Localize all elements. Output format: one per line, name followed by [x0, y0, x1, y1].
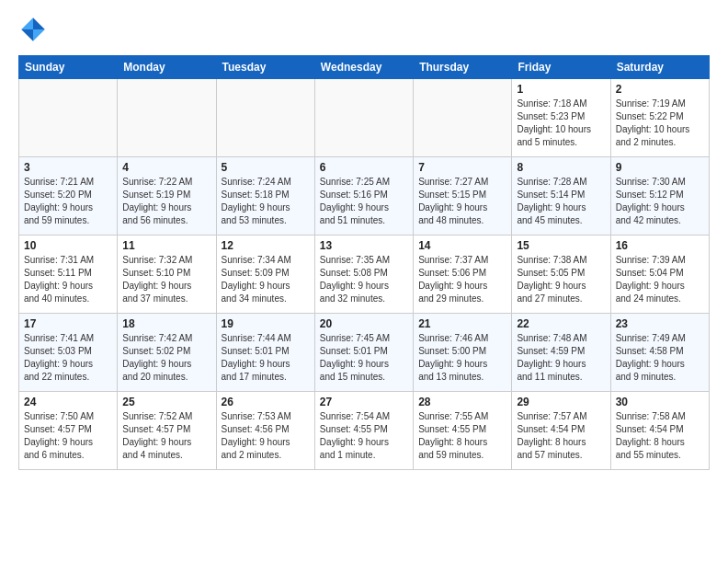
- day-info: Sunrise: 7:31 AMSunset: 5:11 PMDaylight:…: [24, 254, 112, 305]
- weekday-header-monday: Monday: [118, 56, 216, 79]
- calendar-cell-2-3: 5Sunrise: 7:24 AMSunset: 5:18 PMDaylight…: [216, 157, 314, 236]
- calendar-table: SundayMondayTuesdayWednesdayThursdayFrid…: [18, 55, 710, 470]
- calendar-cell-4-1: 17Sunrise: 7:41 AMSunset: 5:03 PMDayligh…: [19, 314, 118, 392]
- day-info: Sunrise: 7:30 AMSunset: 5:12 PMDaylight:…: [616, 176, 704, 227]
- calendar-cell-1-7: 2Sunrise: 7:19 AMSunset: 5:22 PMDaylight…: [610, 79, 709, 157]
- day-number: 23: [616, 317, 704, 330]
- calendar-cell-2-2: 4Sunrise: 7:22 AMSunset: 5:19 PMDaylight…: [118, 157, 216, 236]
- day-number: 27: [320, 396, 408, 408]
- day-number: 28: [418, 396, 506, 408]
- day-number: 25: [122, 396, 210, 408]
- day-info: Sunrise: 7:46 AMSunset: 5:00 PMDaylight:…: [418, 332, 506, 384]
- day-info: Sunrise: 7:32 AMSunset: 5:10 PMDaylight:…: [122, 254, 210, 305]
- day-info: Sunrise: 7:21 AMSunset: 5:20 PMDaylight:…: [24, 176, 112, 227]
- calendar-cell-1-4: [314, 79, 413, 157]
- day-number: 8: [517, 161, 605, 174]
- day-number: 30: [616, 396, 704, 408]
- day-number: 4: [122, 161, 210, 174]
- day-number: 16: [616, 239, 704, 252]
- day-number: 21: [418, 317, 506, 330]
- day-info: Sunrise: 7:42 AMSunset: 5:02 PMDaylight:…: [122, 332, 210, 384]
- day-info: Sunrise: 7:18 AMSunset: 5:23 PMDaylight:…: [517, 98, 605, 149]
- header: [18, 15, 710, 44]
- day-info: Sunrise: 7:35 AMSunset: 5:08 PMDaylight:…: [320, 254, 408, 305]
- day-number: 3: [24, 161, 112, 174]
- calendar-cell-2-7: 9Sunrise: 7:30 AMSunset: 5:12 PMDaylight…: [610, 157, 709, 236]
- calendar-cell-3-7: 16Sunrise: 7:39 AMSunset: 5:04 PMDayligh…: [610, 236, 709, 314]
- calendar-cell-4-7: 23Sunrise: 7:49 AMSunset: 4:58 PMDayligh…: [610, 314, 709, 392]
- day-number: 9: [616, 161, 704, 174]
- calendar-cell-3-2: 11Sunrise: 7:32 AMSunset: 5:10 PMDayligh…: [118, 236, 216, 314]
- day-info: Sunrise: 7:27 AMSunset: 5:15 PMDaylight:…: [418, 176, 506, 227]
- calendar-cell-5-6: 29Sunrise: 7:57 AMSunset: 4:54 PMDayligh…: [512, 392, 610, 470]
- calendar-cell-4-2: 18Sunrise: 7:42 AMSunset: 5:02 PMDayligh…: [118, 314, 216, 392]
- calendar-cell-2-4: 6Sunrise: 7:25 AMSunset: 5:16 PMDaylight…: [314, 157, 413, 236]
- day-info: Sunrise: 7:34 AMSunset: 5:09 PMDaylight:…: [222, 254, 310, 305]
- day-number: 22: [517, 317, 605, 330]
- weekday-header-friday: Friday: [512, 56, 610, 79]
- day-number: 18: [122, 317, 210, 330]
- day-number: 7: [418, 161, 506, 174]
- calendar-cell-4-6: 22Sunrise: 7:48 AMSunset: 4:59 PMDayligh…: [512, 314, 610, 392]
- day-info: Sunrise: 7:39 AMSunset: 5:04 PMDaylight:…: [616, 254, 704, 305]
- day-info: Sunrise: 7:45 AMSunset: 5:01 PMDaylight:…: [320, 332, 408, 384]
- weekday-header-saturday: Saturday: [610, 56, 709, 79]
- svg-marker-3: [33, 29, 45, 41]
- day-number: 17: [24, 317, 112, 330]
- day-number: 26: [222, 396, 310, 408]
- day-number: 20: [320, 317, 408, 330]
- logo: [18, 15, 51, 44]
- day-info: Sunrise: 7:54 AMSunset: 4:55 PMDaylight:…: [320, 410, 408, 462]
- day-number: 1: [517, 83, 605, 96]
- calendar-cell-1-6: 1Sunrise: 7:18 AMSunset: 5:23 PMDaylight…: [512, 79, 610, 157]
- svg-marker-0: [33, 17, 45, 29]
- day-info: Sunrise: 7:22 AMSunset: 5:19 PMDaylight:…: [122, 176, 210, 227]
- weekday-header-wednesday: Wednesday: [314, 56, 413, 79]
- day-number: 15: [517, 239, 605, 252]
- weekday-header-thursday: Thursday: [414, 56, 512, 79]
- day-info: Sunrise: 7:25 AMSunset: 5:16 PMDaylight:…: [320, 176, 408, 227]
- calendar-cell-4-5: 21Sunrise: 7:46 AMSunset: 5:00 PMDayligh…: [414, 314, 512, 392]
- weekday-header-tuesday: Tuesday: [216, 56, 314, 79]
- weekday-header-sunday: Sunday: [19, 56, 118, 79]
- day-info: Sunrise: 7:48 AMSunset: 4:59 PMDaylight:…: [517, 332, 605, 384]
- calendar-cell-3-1: 10Sunrise: 7:31 AMSunset: 5:11 PMDayligh…: [19, 236, 118, 314]
- day-number: 13: [320, 239, 408, 252]
- calendar-cell-2-1: 3Sunrise: 7:21 AMSunset: 5:20 PMDaylight…: [19, 157, 118, 236]
- day-number: 10: [24, 239, 112, 252]
- calendar-cell-5-5: 28Sunrise: 7:55 AMSunset: 4:55 PMDayligh…: [414, 392, 512, 470]
- svg-marker-1: [21, 17, 33, 29]
- day-info: Sunrise: 7:53 AMSunset: 4:56 PMDaylight:…: [222, 410, 310, 462]
- day-info: Sunrise: 7:49 AMSunset: 4:58 PMDaylight:…: [616, 332, 704, 384]
- day-number: 19: [222, 317, 310, 330]
- calendar-cell-3-5: 14Sunrise: 7:37 AMSunset: 5:06 PMDayligh…: [414, 236, 512, 314]
- day-number: 11: [122, 239, 210, 252]
- day-number: 2: [616, 83, 704, 96]
- day-info: Sunrise: 7:28 AMSunset: 5:14 PMDaylight:…: [517, 176, 605, 227]
- calendar-cell-3-3: 12Sunrise: 7:34 AMSunset: 5:09 PMDayligh…: [216, 236, 314, 314]
- day-info: Sunrise: 7:38 AMSunset: 5:05 PMDaylight:…: [517, 254, 605, 305]
- day-number: 29: [517, 396, 605, 408]
- day-info: Sunrise: 7:24 AMSunset: 5:18 PMDaylight:…: [222, 176, 310, 227]
- day-info: Sunrise: 7:50 AMSunset: 4:57 PMDaylight:…: [24, 410, 112, 462]
- day-info: Sunrise: 7:55 AMSunset: 4:55 PMDaylight:…: [418, 410, 506, 462]
- week-row-4: 17Sunrise: 7:41 AMSunset: 5:03 PMDayligh…: [19, 314, 710, 392]
- calendar-cell-5-1: 24Sunrise: 7:50 AMSunset: 4:57 PMDayligh…: [19, 392, 118, 470]
- calendar-cell-1-3: [216, 79, 314, 157]
- day-info: Sunrise: 7:44 AMSunset: 5:01 PMDaylight:…: [222, 332, 310, 384]
- page: SundayMondayTuesdayWednesdayThursdayFrid…: [0, 0, 728, 485]
- calendar-cell-4-3: 19Sunrise: 7:44 AMSunset: 5:01 PMDayligh…: [216, 314, 314, 392]
- day-number: 14: [418, 239, 506, 252]
- calendar-cell-2-5: 7Sunrise: 7:27 AMSunset: 5:15 PMDaylight…: [414, 157, 512, 236]
- calendar-cell-4-4: 20Sunrise: 7:45 AMSunset: 5:01 PMDayligh…: [314, 314, 413, 392]
- day-info: Sunrise: 7:37 AMSunset: 5:06 PMDaylight:…: [418, 254, 506, 305]
- calendar-cell-3-6: 15Sunrise: 7:38 AMSunset: 5:05 PMDayligh…: [512, 236, 610, 314]
- day-number: 5: [222, 161, 310, 174]
- week-row-2: 3Sunrise: 7:21 AMSunset: 5:20 PMDaylight…: [19, 157, 710, 236]
- calendar-cell-3-4: 13Sunrise: 7:35 AMSunset: 5:08 PMDayligh…: [314, 236, 413, 314]
- day-number: 12: [222, 239, 310, 252]
- calendar-cell-5-4: 27Sunrise: 7:54 AMSunset: 4:55 PMDayligh…: [314, 392, 413, 470]
- day-info: Sunrise: 7:41 AMSunset: 5:03 PMDaylight:…: [24, 332, 112, 384]
- week-row-5: 24Sunrise: 7:50 AMSunset: 4:57 PMDayligh…: [19, 392, 710, 470]
- week-row-1: 1Sunrise: 7:18 AMSunset: 5:23 PMDaylight…: [19, 79, 710, 157]
